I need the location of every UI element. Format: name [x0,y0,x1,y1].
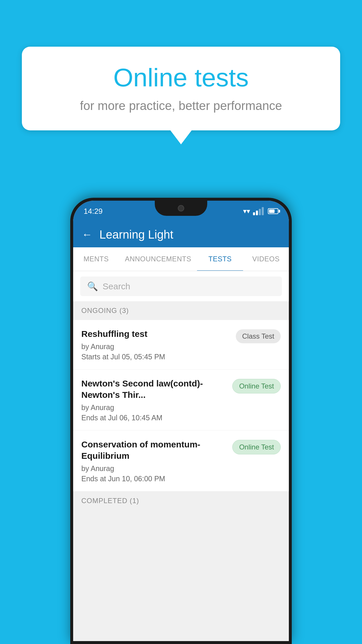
test-item[interactable]: Conservation of momentum-Equilibrium by … [73,430,289,491]
tab-videos[interactable]: VIDEOS [243,247,289,271]
test-info: Reshuffling test by Anurag Starts at Jul… [81,328,231,361]
test-date: Starts at Jul 05, 05:45 PM [81,353,231,361]
test-date: Ends at Jun 10, 06:00 PM [81,475,228,483]
app-title: Learning Light [99,228,173,241]
phone-screen: 14:29 ▾▾ ← Learning Light MENTS ANNOUNCE… [73,201,289,641]
test-info: Newton's Second law(contd)-Newton's Thir… [81,378,228,422]
test-author: by Anurag [81,342,231,351]
app-header: ← Learning Light [73,222,289,247]
test-badge: Class Test [236,329,281,343]
test-info: Conservation of momentum-Equilibrium by … [81,439,228,483]
test-item[interactable]: Reshuffling test by Anurag Starts at Jul… [73,320,289,370]
tabs-bar: MENTS ANNOUNCEMENTS TESTS VIDEOS [73,247,289,271]
bubble-title: Online tests [39,63,323,92]
test-title: Reshuffling test [81,328,231,340]
test-badge: Online Test [232,440,281,454]
back-button[interactable]: ← [82,228,92,241]
signal-icon [253,207,264,215]
tests-list: Reshuffling test by Anurag Starts at Jul… [73,320,289,491]
search-container: 🔍 Search [73,271,289,301]
test-date: Ends at Jul 06, 10:45 AM [81,414,228,422]
promo-bubble: Online tests for more practice, better p… [22,47,340,130]
tab-tests[interactable]: TESTS [197,247,243,271]
camera [178,205,184,211]
tab-ments[interactable]: MENTS [73,247,119,271]
status-icons: ▾▾ [243,207,278,215]
status-time: 14:29 [84,207,103,216]
test-title: Conservation of momentum-Equilibrium [81,439,228,461]
search-placeholder: Search [103,281,130,291]
phone-frame: 14:29 ▾▾ ← Learning Light MENTS ANNOUNCE… [70,198,292,644]
tab-announcements[interactable]: ANNOUNCEMENTS [119,247,197,271]
status-bar: 14:29 ▾▾ [73,201,289,222]
wifi-icon: ▾▾ [243,207,250,215]
search-icon: 🔍 [87,281,98,291]
search-box[interactable]: 🔍 Search [80,276,282,296]
battery-icon [268,208,278,214]
test-title: Newton's Second law(contd)-Newton's Thir… [81,378,228,400]
test-badge: Online Test [232,379,281,393]
test-author: by Anurag [81,403,228,412]
notch [155,201,207,216]
test-item[interactable]: Newton's Second law(contd)-Newton's Thir… [73,370,289,430]
completed-section-label: COMPLETED (1) [73,491,289,510]
test-author: by Anurag [81,464,228,473]
ongoing-section-label: ONGOING (3) [73,301,289,320]
bubble-subtitle: for more practice, better performance [39,99,323,113]
